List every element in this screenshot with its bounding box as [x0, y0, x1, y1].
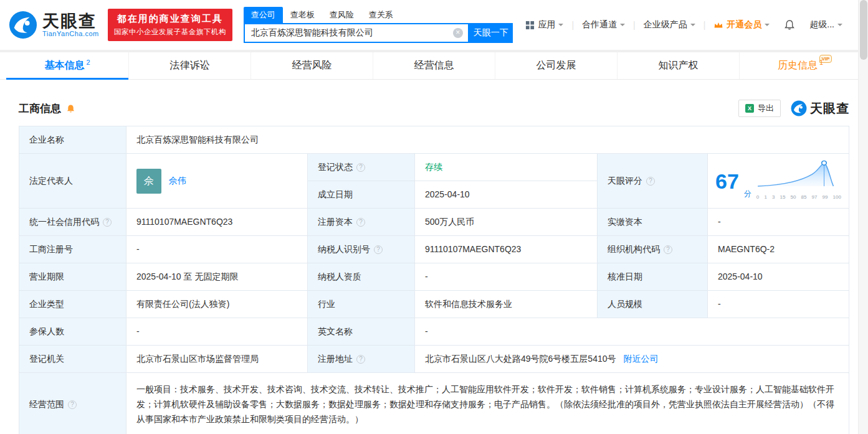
tab-operation-info[interactable]: 经营信息: [373, 52, 495, 79]
help-icon[interactable]: ?: [356, 355, 365, 364]
table-row: 企业类型 有限责任公司(法人独资) 行业 软件和信息技术服务业 人员规模 -: [19, 291, 849, 318]
search-input[interactable]: [245, 28, 468, 38]
label-reg-address: 注册地址?: [308, 346, 415, 373]
label-text: 组织机构代码: [608, 244, 660, 254]
label-reg-status: 登记状态?: [308, 154, 415, 181]
nav-open-vip[interactable]: 开通会员: [705, 19, 778, 31]
nav-account[interactable]: 超级...: [801, 19, 851, 31]
label-approval-date: 核准日期: [598, 263, 708, 291]
value-reg-address: 北京市石景山区八大处路49号院6号楼五层5410号 附近公司: [415, 346, 849, 373]
help-icon[interactable]: ?: [356, 218, 365, 227]
value-staff-size: -: [708, 291, 849, 318]
table-row: 经营范围? 一般项目：技术服务、技术开发、技术咨询、技术交流、技术转让、技术推广…: [19, 373, 849, 434]
search-block: 查公司 查老板 查风险 查关系 × 天眼一下: [244, 7, 513, 43]
label-english-name: 英文名称: [308, 318, 415, 346]
tab-legal-proceedings[interactable]: 法律诉讼: [128, 52, 250, 79]
notifications-button[interactable]: [778, 19, 801, 31]
value-business-scope: 一般项目：技术服务、技术开发、技术咨询、技术交流、技术转让、技术推广；人工智能应…: [126, 373, 849, 434]
label-text: 登记状态: [318, 162, 353, 172]
help-icon[interactable]: ?: [646, 177, 655, 186]
table-row: 营业期限 2025-04-10 至 无固定期限 纳税人资质 - 核准日期 202…: [19, 263, 849, 291]
tab-count-badge: 2: [86, 59, 90, 66]
nav-enterprise[interactable]: 企业级产品: [636, 19, 703, 31]
nearby-companies-link[interactable]: 附近公司: [623, 354, 658, 364]
tab-label: 知识产权: [659, 59, 699, 72]
legal-rep-avatar[interactable]: 佘: [136, 169, 161, 194]
watermark-brand-text: 天眼查: [810, 100, 849, 117]
chevron-down-icon: [837, 24, 842, 29]
tab-company-development[interactable]: 公司发展: [495, 52, 617, 79]
label-paid-capital: 实缴资本: [598, 209, 708, 236]
legal-rep-link[interactable]: 佘伟: [169, 175, 186, 187]
help-icon[interactable]: ?: [664, 245, 672, 254]
help-icon[interactable]: ?: [103, 218, 112, 227]
search-tab-risk[interactable]: 查风险: [322, 7, 361, 23]
label-text: 注册资本: [318, 217, 353, 227]
search-tab-company[interactable]: 查公司: [244, 7, 283, 23]
score-chart: 01 315 5085 9799 100: [756, 159, 841, 203]
value-approval-date: 2025-04-10: [708, 263, 849, 291]
nav-partner[interactable]: 合作通道: [574, 19, 633, 31]
table-row: 工商注册号 - 纳税人识别号? 91110107MAEGNT6Q23 组织机构代…: [19, 236, 849, 263]
value-paid-capital: -: [708, 209, 849, 236]
score-curve: [756, 159, 841, 187]
slogan-badge: 都在用的商业查询工具 国家中小企业发展子基金旗下机构: [108, 9, 232, 41]
chevron-down-icon: [620, 24, 625, 29]
vertical-scrollbar[interactable]: [858, 0, 868, 434]
section-title: 工商信息: [19, 101, 61, 116]
label-text: 纳税人识别号: [318, 244, 370, 254]
clear-search-icon[interactable]: ×: [453, 28, 463, 38]
label-industry: 行业: [308, 291, 415, 318]
tab-label: 经营风险: [292, 59, 332, 72]
value-score: 67 分: [708, 154, 849, 209]
value-legal-rep: 佘 佘伟: [126, 154, 308, 209]
score-axis-ticks: 01 315 5085 9799 100: [756, 191, 841, 203]
nav-apps-label: 应用: [538, 19, 555, 31]
label-establish-date: 成立日期: [308, 181, 415, 209]
nav-open-vip-label: 开通会员: [727, 19, 761, 31]
label-insured-num: 参保人数: [19, 318, 126, 346]
label-reg-authority: 登记机关: [19, 346, 126, 373]
help-icon[interactable]: ?: [356, 163, 365, 172]
tab-history-info[interactable]: VIP 历史信息 1: [739, 52, 861, 79]
tab-basic-info[interactable]: 基本信息 2: [6, 52, 128, 79]
table-row: 企业名称 北京百炼深思智能科技有限公司: [19, 126, 849, 154]
tab-label: 经营信息: [414, 59, 454, 72]
tianyancha-logo[interactable]: 天眼查 TianYanCha.com: [9, 11, 99, 39]
logo-brand-text: 天眼查: [42, 12, 99, 30]
label-taxpayer-quality: 纳税人资质: [308, 263, 415, 291]
export-label: 导出: [758, 103, 774, 114]
main-content: 工商信息 X 导出 天眼查: [0, 100, 868, 434]
tab-intellectual-property[interactable]: 知识产权: [617, 52, 739, 79]
tab-operation-risk[interactable]: 经营风险: [250, 52, 373, 79]
search-tab-boss[interactable]: 查老板: [283, 7, 322, 23]
subscribe-bell-icon[interactable]: [66, 104, 75, 113]
search-tab-relation[interactable]: 查关系: [361, 7, 401, 23]
business-info-table: 企业名称 北京百炼深思智能科技有限公司 法定代表人 佘 佘伟 登记状态? 存续 …: [19, 126, 849, 434]
value-company-name: 北京百炼深思智能科技有限公司: [126, 126, 849, 154]
value-org-code: MAEGNT6Q-2: [708, 236, 849, 263]
search-button[interactable]: 天眼一下: [469, 23, 513, 43]
nav-partner-label: 合作通道: [582, 19, 617, 31]
crown-icon: [713, 21, 723, 29]
scrollbar-thumb[interactable]: [860, 0, 867, 60]
label-text: 天眼评分: [608, 176, 642, 186]
label-business-scope: 经营范围?: [19, 373, 126, 434]
score-unit: 分: [744, 188, 751, 200]
help-icon[interactable]: ?: [374, 245, 383, 254]
bell-icon: [784, 19, 795, 31]
slogan-line2: 国家中小企业发展子基金旗下机构: [114, 27, 226, 37]
label-business-term: 营业期限: [19, 263, 126, 291]
top-nav: 应用 | 合作通道 | 企业级产品 | 开通会员 超级...: [517, 19, 851, 31]
nav-account-label: 超级...: [809, 19, 834, 31]
nav-apps[interactable]: 应用: [517, 19, 571, 31]
nav-enterprise-label: 企业级产品: [644, 19, 687, 31]
label-legal-rep: 法定代表人: [19, 154, 126, 209]
export-button[interactable]: X 导出: [738, 100, 781, 117]
help-icon[interactable]: ?: [68, 400, 77, 409]
value-taxpayer-no: 91110107MAEGNT6Q23: [415, 236, 598, 263]
value-industry: 软件和信息技术服务业: [415, 291, 598, 318]
label-company-name: 企业名称: [19, 126, 126, 154]
chevron-down-icon: [558, 24, 563, 29]
tab-label: 法律诉讼: [170, 59, 210, 72]
